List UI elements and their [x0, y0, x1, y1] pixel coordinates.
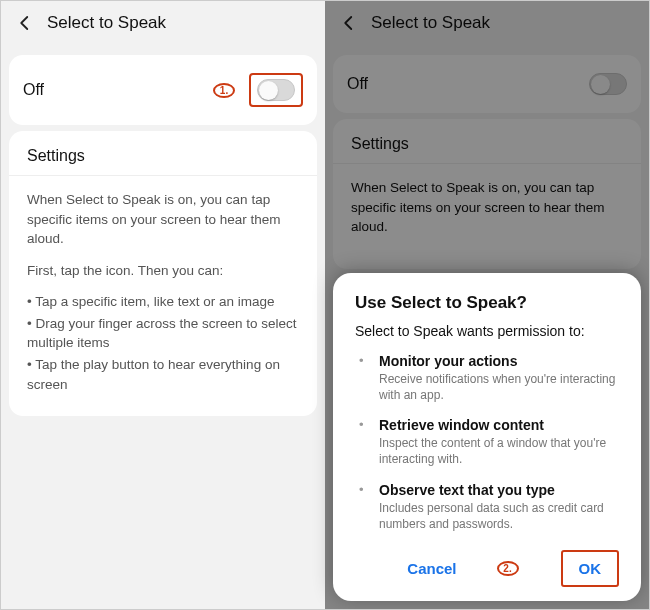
toggle-row[interactable]: Off 1.	[9, 55, 317, 125]
annotation-marker-2: 2.	[497, 561, 519, 576]
right-pane: Select to Speak Off Settings When Select…	[325, 1, 649, 609]
settings-card: Settings When Select to Speak is on, you…	[9, 131, 317, 416]
bullet-list: • Tap a specific item, like text or an i…	[27, 292, 299, 394]
permission-list: Monitor your actions Receive notificatio…	[355, 353, 623, 532]
toggle-knob	[259, 81, 278, 100]
annotation-outline-ok: OK	[561, 550, 620, 587]
permission-desc: Inspect the content of a window that you…	[379, 435, 623, 467]
permission-title: Retrieve window content	[379, 417, 623, 433]
dialog-subtitle: Select to Speak wants permission to:	[355, 323, 623, 339]
permission-desc: Includes personal data such as credit ca…	[379, 500, 623, 532]
permission-item: Monitor your actions Receive notificatio…	[369, 353, 623, 403]
dialog-actions: Cancel 2. OK	[355, 546, 623, 587]
settings-body: When Select to Speak is on, you can tap …	[9, 176, 317, 400]
settings-heading[interactable]: Settings	[9, 131, 317, 176]
permission-item: Retrieve window content Inspect the cont…	[369, 417, 623, 467]
toggle-label: Off	[23, 81, 44, 99]
page-title: Select to Speak	[47, 13, 166, 33]
annotation-outline-toggle	[249, 73, 303, 107]
desc-paragraph-2: First, tap the icon. Then you can:	[27, 261, 299, 281]
permission-title: Monitor your actions	[379, 353, 623, 369]
bullet-item: • Tap the play button to hear everything…	[27, 355, 299, 394]
permission-item: Observe text that you type Includes pers…	[369, 482, 623, 532]
cancel-button[interactable]: Cancel	[397, 552, 466, 585]
toggle-switch[interactable]	[257, 79, 295, 101]
dialog-title: Use Select to Speak?	[355, 293, 623, 313]
chevron-left-icon	[16, 14, 34, 32]
desc-paragraph-1: When Select to Speak is on, you can tap …	[27, 190, 299, 249]
permission-desc: Receive notifications when you're intera…	[379, 371, 623, 403]
annotation-marker-1: 1.	[213, 83, 235, 98]
bullet-item: • Tap a specific item, like text or an i…	[27, 292, 299, 312]
bullet-item: • Drag your finger across the screen to …	[27, 314, 299, 353]
permission-dialog: Use Select to Speak? Select to Speak wan…	[333, 273, 641, 601]
permission-title: Observe text that you type	[379, 482, 623, 498]
header: Select to Speak	[1, 1, 325, 49]
ok-button[interactable]: OK	[565, 554, 616, 583]
back-button[interactable]	[13, 11, 37, 35]
toggle-card: Off 1.	[9, 55, 317, 125]
left-pane: Select to Speak Off 1. Settings When Sel…	[1, 1, 325, 609]
